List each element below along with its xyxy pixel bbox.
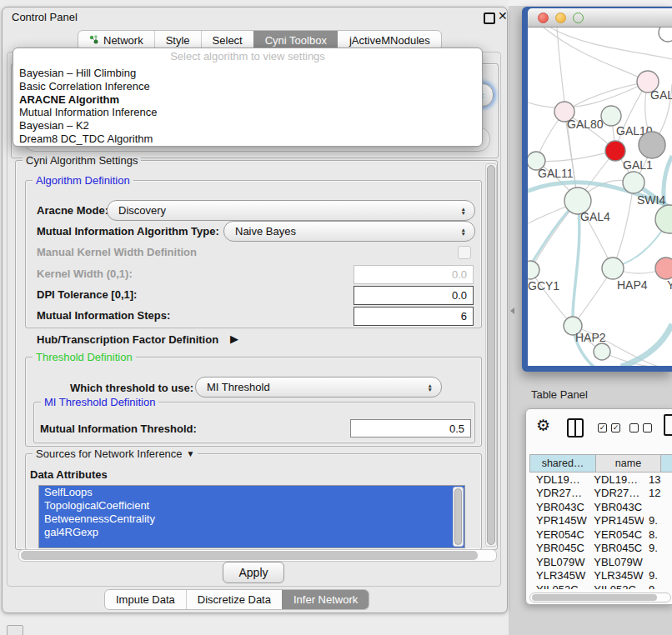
table-panel-title: Table Panel (531, 388, 588, 401)
mi-algorithm-type-label: Mutual Information Algorithm Type: (37, 225, 219, 238)
dropdown-item[interactable]: Dream8 DC_TDC Algorithm (13, 132, 482, 146)
table-row[interactable]: YDL19…YDL19…13 (529, 472, 672, 487)
table-column-header[interactable]: shared… (529, 454, 596, 472)
export-table-icon[interactable] (664, 414, 672, 436)
table-cell: 12 (644, 487, 672, 501)
float-window-icon[interactable] (484, 12, 495, 24)
data-attributes-list[interactable]: SelfLoopsTopologicalCoefficientBetweenne… (38, 485, 465, 548)
collapse-arrow-icon[interactable]: ▼ (187, 448, 195, 460)
table-row[interactable]: YLR345WYLR345W9. (529, 569, 672, 583)
table-cell: YLR345W (587, 569, 644, 583)
tab-infer-network[interactable]: Infer Network (282, 590, 369, 609)
network-icon (89, 34, 99, 47)
attribute-list-item[interactable]: gal4RGexp (39, 526, 464, 539)
network-graph: GALGAL80GAL10GAL1GAL11SWI4GAL4GCY1HAP4YH… (528, 28, 672, 366)
table-cell: YBR043C (529, 500, 587, 514)
kernel-width-label: Kernel Width (0,1): (37, 268, 133, 280)
network-node-label: GAL11 (538, 167, 574, 180)
network-edge (550, 28, 672, 59)
network-window-titlebar[interactable] (528, 8, 672, 28)
table-cell: 9. (644, 569, 672, 583)
settings-horizontal-scrollbar[interactable] (18, 549, 497, 562)
table-cell: YER054C (587, 528, 644, 542)
network-node-hap4[interactable] (602, 258, 624, 279)
close-panel-icon[interactable]: ✕ (498, 9, 508, 22)
which-threshold-combo[interactable]: MI Threshold▲▼ (195, 377, 442, 398)
dropdown-item[interactable]: Bayesian – Hill Climbing (13, 67, 482, 80)
network-canvas[interactable]: GALGAL80GAL10GAL1GAL11SWI4GAL4GCY1HAP4YH… (528, 28, 672, 366)
dropdown-placeholder: Select algorithm to view settings (13, 48, 482, 67)
dpi-tolerance-field[interactable]: 0.0 (354, 286, 474, 305)
table-row[interactable]: YDR27…YDR27…12 (529, 487, 672, 501)
table-horizontal-scrollbar[interactable] (529, 592, 671, 602)
hub-definition-label[interactable]: Hub/Transcription Factor Definition (37, 333, 218, 346)
algorithm-dropdown-popup: Select algorithm to view settings Bayesi… (13, 48, 483, 147)
select-all-checkboxes-icon[interactable]: ✓✓ (598, 423, 620, 432)
desktop: GALGAL80GAL10GAL1GAL11SWI4GAL4GCY1HAP4YH… (0, 0, 672, 635)
mi-threshold-field[interactable]: 0.5 (350, 419, 471, 438)
column-layout-icon[interactable] (567, 418, 584, 438)
table-cell: YBL079W (529, 555, 587, 569)
table-header-row: shared…nameA (529, 454, 672, 472)
data-attributes-label: Data Attributes (30, 468, 108, 481)
network-node-gal10[interactable] (601, 106, 621, 126)
table-cell: 9. (644, 582, 672, 589)
cyni-bottom-tabbar: Impute DataDiscretize DataInfer Network (104, 589, 369, 610)
mi-steps-label: Mutual Information Steps: (37, 309, 170, 322)
panel-splitter-arrow-icon[interactable] (510, 308, 514, 314)
dropdown-item[interactable]: Bayesian – K2 (13, 119, 482, 132)
network-node[interactable] (639, 132, 665, 158)
mi-algorithm-type-combo[interactable]: Naive Bayes▲▼ (223, 221, 475, 242)
table-settings-gear-icon[interactable]: ⚙ (536, 416, 550, 435)
table-cell (644, 500, 672, 514)
settings-vertical-scrollbar[interactable] (485, 163, 497, 547)
dropdown-item[interactable]: ARACNE Algorithm (13, 93, 482, 107)
zoom-traffic-light-icon[interactable] (573, 12, 584, 23)
network-node-label: Y (667, 278, 672, 292)
network-node[interactable] (659, 28, 672, 42)
table-column-header[interactable]: A (661, 454, 672, 472)
table-row[interactable]: YIL052CYIL052C9. (529, 582, 672, 589)
table-cell: YBL079W (587, 555, 644, 569)
network-node-label: GAL80 (567, 118, 604, 131)
table-row[interactable]: YPR145WYPR145W9. (529, 514, 672, 528)
mi-steps-field[interactable]: 6 (354, 307, 474, 326)
expand-arrow-icon[interactable]: ▶ (230, 332, 238, 345)
top-strip (509, 0, 672, 6)
tab-discretize-data[interactable]: Discretize Data (186, 590, 282, 609)
attributes-vertical-scrollbar[interactable] (453, 487, 464, 547)
table-row[interactable]: YER054CYER054C8. (529, 528, 672, 542)
table-cell: YPR145W (587, 514, 644, 528)
table-cell: YIL052C (587, 582, 644, 589)
dropdown-item[interactable]: Basic Correlation Inference (13, 80, 482, 93)
minimize-traffic-light-icon[interactable] (555, 12, 566, 23)
table-row[interactable]: YBL079WYBL079W (529, 555, 672, 569)
network-node[interactable] (655, 205, 672, 233)
network-node-swi4[interactable] (623, 172, 644, 193)
table-panel-window: ⚙ ✓✓ shared…nameA YDL19…YDL19…13YDR27…YD… (525, 408, 672, 605)
table-cell: YPR145W (529, 514, 587, 528)
manual-kernel-width-checkbox[interactable] (458, 246, 471, 259)
apply-button[interactable]: Apply (223, 562, 284, 583)
attribute-list-item[interactable]: BetweennessCentrality (39, 512, 464, 526)
aracne-mode-combo[interactable]: Discovery▲▼ (107, 200, 475, 221)
table-row[interactable]: YBR043CYBR043C (529, 500, 672, 514)
table-column-header[interactable]: name (596, 454, 661, 472)
network-node-gcy1[interactable] (528, 261, 539, 279)
close-traffic-light-icon[interactable] (538, 12, 549, 23)
table-cell: YDR27… (529, 487, 587, 501)
network-node[interactable] (594, 343, 610, 360)
network-node-y[interactable] (655, 258, 672, 279)
network-node-label: GCY1 (528, 279, 559, 292)
dropdown-item[interactable]: Mutual Information Inference (13, 106, 482, 119)
network-view-window: GALGAL80GAL10GAL1GAL11SWI4GAL4GCY1HAP4YH… (522, 7, 672, 372)
table-row[interactable]: YBR045CYBR045C9. (529, 542, 672, 556)
attribute-list-item[interactable]: SelfLoops (39, 486, 464, 499)
kernel-width-field[interactable]: 0.0 (354, 265, 474, 284)
manual-kernel-width-label: Manual Kernel Width Definition (37, 246, 197, 258)
dropdown-item-list: Bayesian – Hill ClimbingBasic Correlatio… (13, 67, 482, 146)
deselect-all-checkboxes-icon[interactable] (629, 423, 652, 432)
tab-impute-data[interactable]: Impute Data (105, 590, 186, 609)
attribute-list-item[interactable]: TopologicalCoefficient (39, 499, 464, 512)
collapsed-panel-button[interactable] (7, 625, 23, 635)
